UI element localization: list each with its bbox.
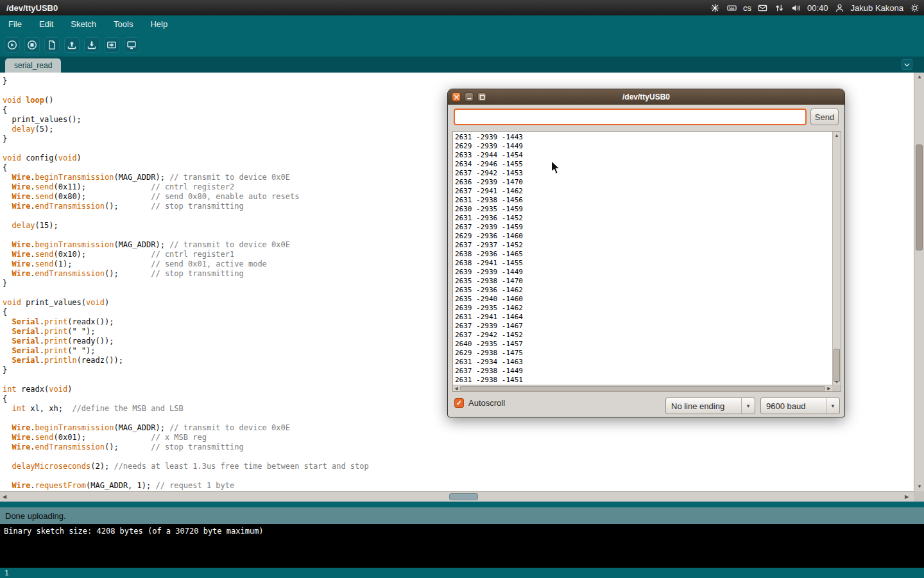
line-ending-value: No line ending <box>666 398 741 414</box>
scroll-up-icon[interactable]: ▲ <box>833 132 841 138</box>
toolbar <box>0 33 924 57</box>
session-user-name[interactable]: Jakub Kakona <box>851 3 903 13</box>
serial-monitor-button[interactable] <box>124 37 139 53</box>
baud-rate-select[interactable]: 9600 baud ▾ <box>760 398 840 414</box>
serial-monitor-titlebar[interactable]: /dev/ttyUSB0 <box>448 89 844 105</box>
scroll-left-icon[interactable]: ◀ <box>453 385 459 391</box>
stop-button[interactable] <box>24 37 40 53</box>
keyboard-layout-indicator[interactable]: cs <box>743 3 751 13</box>
code-line: Wire.endTransmission(); // stop transmit… <box>3 442 914 452</box>
menu-sketch[interactable]: Sketch <box>71 19 96 29</box>
scroll-left-icon[interactable]: ◀ <box>0 492 9 502</box>
line-indicator-bar: 1 <box>0 568 924 578</box>
menu-edit[interactable]: Edit <box>39 19 53 29</box>
code-line: } <box>3 76 914 86</box>
user-icon <box>834 3 845 13</box>
maximize-icon[interactable] <box>477 92 486 101</box>
new-sketch-button[interactable] <box>44 37 60 53</box>
scrollbar-corner <box>914 491 924 502</box>
scroll-right-icon[interactable]: ▶ <box>902 492 911 502</box>
serial-horizontal-scrollbar[interactable]: ◀ ▶ <box>453 385 832 391</box>
close-icon[interactable] <box>452 92 461 101</box>
editor-hscroll-thumb[interactable] <box>449 493 478 500</box>
tab-menu-button[interactable] <box>902 59 912 70</box>
status-message: Done uploading. <box>5 511 66 521</box>
upload-button[interactable] <box>104 37 119 53</box>
autoscroll-checkbox[interactable]: ✓ <box>454 398 464 408</box>
code-line: Wire.requestFrom(MAG_ADDR, 1); // reques… <box>3 481 914 491</box>
clock[interactable]: 00:40 <box>807 3 828 13</box>
scroll-up-icon[interactable]: ▲ <box>914 73 924 82</box>
serial-monitor-window: /dev/ttyUSB0 Send 2631 -2939 -1443 2629 … <box>447 89 845 417</box>
editor-vscroll-thumb[interactable] <box>916 144 923 250</box>
gear-icon[interactable] <box>909 3 920 13</box>
serial-vscroll-thumb[interactable] <box>834 349 840 382</box>
chevron-down-icon[interactable]: ▾ <box>741 398 755 414</box>
code-line <box>3 471 914 481</box>
console-output: Binary sketch size: 4208 bytes (of a 307… <box>0 524 924 568</box>
save-sketch-button[interactable] <box>84 37 99 53</box>
editor-horizontal-scrollbar[interactable]: ◀ ▶ <box>0 491 924 502</box>
serial-monitor-title: /dev/ttyUSB0 <box>448 92 844 101</box>
keyboard-icon[interactable] <box>726 3 737 13</box>
minimize-icon[interactable] <box>465 92 474 101</box>
scroll-right-icon[interactable]: ▶ <box>826 385 832 391</box>
serial-input-field[interactable] <box>454 109 807 125</box>
status-bar: Done uploading. <box>0 507 924 524</box>
autoscroll-label: Autoscroll <box>468 398 505 408</box>
panel-indicators: cs 00:40 Jakub Kakona <box>710 3 920 13</box>
menu-help[interactable]: Help <box>150 19 167 29</box>
volume-icon[interactable] <box>791 3 801 13</box>
code-line: Wire.send(0x01); // x MSB reg <box>3 433 914 442</box>
scroll-down-icon[interactable]: ▼ <box>833 378 841 385</box>
scroll-down-icon[interactable]: ▼ <box>914 482 924 491</box>
console-line: Binary sketch size: 4208 bytes (of a 307… <box>4 527 920 536</box>
network-traffic-icon[interactable] <box>774 3 785 13</box>
chevron-down-icon[interactable]: ▾ <box>826 398 839 414</box>
editor-vertical-scrollbar[interactable]: ▲ ▼ <box>914 73 924 491</box>
menubar: File Edit Sketch Tools Help <box>0 15 924 33</box>
serial-hscroll-thumb[interactable] <box>460 386 825 390</box>
open-sketch-button[interactable] <box>64 37 80 53</box>
send-button[interactable]: Send <box>810 109 839 125</box>
check-icon: ✓ <box>456 399 462 407</box>
scrollbar-corner <box>832 385 841 391</box>
serial-output-text: 2631 -2939 -1443 2629 -2939 -1449 2633 -… <box>455 133 831 384</box>
menu-file[interactable]: File <box>8 19 22 29</box>
serial-vertical-scrollbar[interactable]: ▲ ▼ <box>832 132 841 385</box>
serial-output-area: 2631 -2939 -1443 2629 -2939 -1449 2633 -… <box>452 131 841 392</box>
baud-rate-value: 9600 baud <box>761 398 826 414</box>
code-line <box>3 452 914 462</box>
indicator-star-icon[interactable] <box>710 3 721 13</box>
code-line: Wire.beginTransmission(MAG_ADDR); // tra… <box>3 423 914 433</box>
window-title: /dev/ttyUSB0 <box>4 3 58 13</box>
verify-button[interactable] <box>4 37 20 53</box>
autoscroll-control: ✓ Autoscroll <box>454 398 505 408</box>
menu-tools[interactable]: Tools <box>114 19 133 29</box>
tab-serial-read[interactable]: serial_read <box>5 58 61 73</box>
code-line: delayMicroseconds(2); //needs at least 1… <box>3 462 914 471</box>
desktop-panel: /dev/ttyUSB0 cs 00:40 Jakub Kakona <box>0 0 924 15</box>
line-ending-select[interactable]: No line ending ▾ <box>665 398 755 414</box>
tabbar: serial_read <box>0 57 924 73</box>
mail-icon[interactable] <box>757 3 768 13</box>
current-line-number: 1 <box>4 569 9 577</box>
